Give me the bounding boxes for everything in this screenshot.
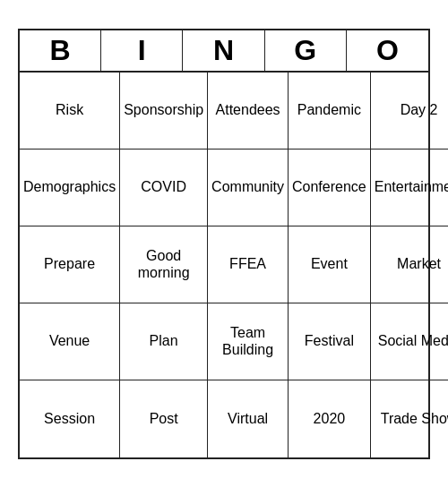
cell-text-5: Demographics xyxy=(23,178,116,195)
bingo-grid: RiskSponsorshipAttendeesPandemicDay 2Dem… xyxy=(20,73,428,457)
cell-text-19: Social Media xyxy=(378,332,448,349)
cell-16: Plan xyxy=(120,303,208,380)
cell-text-22: Virtual xyxy=(228,410,268,427)
cell-11: Good morning xyxy=(120,226,208,303)
cell-2: Attendees xyxy=(208,73,289,150)
cell-21: Post xyxy=(120,380,208,457)
cell-text-23: 2020 xyxy=(314,410,346,427)
cell-20: Session xyxy=(20,380,120,457)
cell-18: Festival xyxy=(289,303,371,380)
cell-text-24: Trade Show xyxy=(381,410,448,427)
header-letter-I: I xyxy=(101,30,183,71)
cell-text-11: Good morning xyxy=(124,247,203,281)
cell-text-4: Day 2 xyxy=(401,101,438,118)
cell-10: Prepare xyxy=(20,226,120,303)
cell-text-14: Market xyxy=(397,255,441,272)
cell-12: FFEA xyxy=(208,226,289,303)
cell-19: Social Media xyxy=(371,303,448,380)
cell-text-20: Session xyxy=(44,410,95,427)
cell-text-3: Pandemic xyxy=(297,101,361,118)
cell-14: Market xyxy=(371,226,448,303)
cell-text-15: Venue xyxy=(49,332,90,349)
cell-6: COVID xyxy=(120,150,208,226)
cell-text-6: COVID xyxy=(141,178,186,195)
cell-text-7: Community xyxy=(211,178,284,195)
cell-text-0: Risk xyxy=(56,101,83,118)
cell-text-1: Sponsorship xyxy=(124,101,203,118)
cell-text-17: Team Building xyxy=(211,324,284,358)
cell-13: Event xyxy=(289,226,371,303)
bingo-header: BINGO xyxy=(20,30,428,73)
cell-text-13: Event xyxy=(311,255,348,272)
cell-22: Virtual xyxy=(208,380,289,457)
cell-text-21: Post xyxy=(150,410,178,427)
cell-text-12: FFEA xyxy=(229,255,266,272)
cell-0: Risk xyxy=(20,73,120,150)
header-letter-N: N xyxy=(183,30,264,71)
cell-3: Pandemic xyxy=(289,73,371,150)
cell-23: 2020 xyxy=(289,380,371,457)
cell-text-16: Plan xyxy=(150,332,178,349)
cell-7: Community xyxy=(208,150,289,226)
cell-15: Venue xyxy=(20,303,120,380)
cell-17: Team Building xyxy=(208,303,289,380)
cell-8: Conference xyxy=(289,150,371,226)
cell-1: Sponsorship xyxy=(120,73,208,150)
header-letter-G: G xyxy=(265,30,347,71)
cell-text-18: Festival xyxy=(305,332,354,349)
cell-text-2: Attendees xyxy=(216,101,280,118)
cell-text-9: Entertainment xyxy=(375,178,448,195)
cell-5: Demographics xyxy=(20,150,120,226)
cell-24: Trade Show xyxy=(371,380,448,457)
cell-text-10: Prepare xyxy=(44,255,95,272)
cell-4: Day 2 xyxy=(371,73,448,150)
cell-text-8: Conference xyxy=(292,178,366,195)
bingo-card: BINGO RiskSponsorshipAttendeesPandemicDa… xyxy=(18,29,430,459)
cell-9: Entertainment xyxy=(371,150,448,226)
header-letter-B: B xyxy=(20,30,101,71)
header-letter-O: O xyxy=(347,30,428,71)
